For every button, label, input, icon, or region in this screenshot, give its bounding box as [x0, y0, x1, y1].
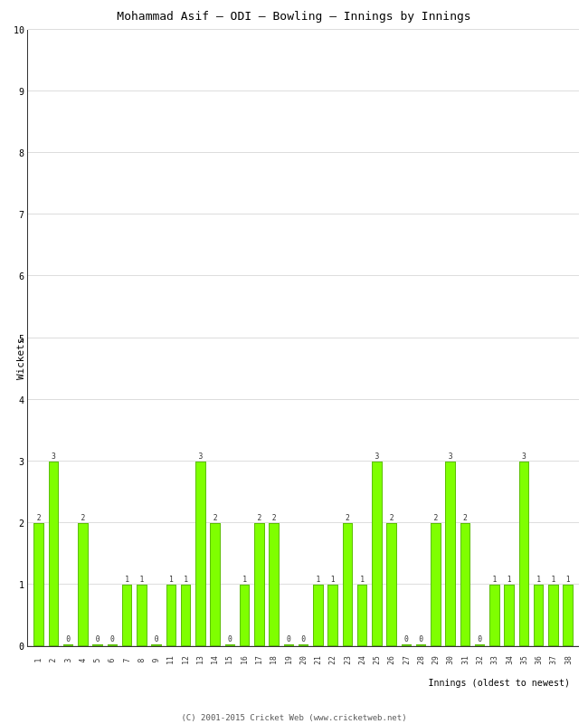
bar-group: 2 [252, 30, 267, 646]
grid-label: 9 [8, 87, 24, 97]
bar-value-label: 1 [536, 576, 541, 584]
bar-value-label: 0 [155, 635, 159, 643]
bar-value-label: 0 [287, 635, 291, 643]
bar-group: 0 [473, 30, 488, 646]
bar-group: 1 [135, 30, 149, 646]
bar: 3 [445, 462, 455, 646]
bar: 1 [137, 585, 147, 646]
bar-value-label: 3 [449, 452, 453, 461]
bar-group: 0 [105, 30, 119, 646]
bar-group: 0 [223, 30, 237, 646]
bar: 1 [563, 585, 573, 646]
bar-group: 2 [384, 30, 399, 646]
bar-value-label: 1 [551, 576, 555, 584]
bar: 1 [548, 585, 558, 646]
bar: 0 [92, 644, 102, 646]
bar-group: 0 [399, 30, 413, 646]
x-axis: 1234567891112131415161718192021222324252… [27, 647, 579, 674]
bar-value-label: 2 [213, 514, 218, 522]
bar: 2 [33, 523, 43, 646]
bar-value-label: 3 [198, 452, 203, 461]
bar-group: 3 [194, 30, 208, 646]
bar-value-label: 2 [433, 514, 438, 522]
bar-group: 2 [429, 30, 443, 646]
bar: 1 [534, 585, 544, 646]
bars-row: 2302001101132012200112132002320113111 [28, 30, 579, 646]
bar-value-label: 2 [81, 514, 85, 522]
bar-value-label: 1 [566, 576, 571, 584]
bar-value-label: 0 [66, 635, 71, 643]
bar-value-label: 1 [360, 576, 365, 584]
bar: 1 [181, 585, 191, 646]
bar-group: 2 [32, 30, 46, 646]
bar-group: 1 [546, 30, 561, 646]
bar-group: 1 [502, 30, 517, 646]
bar: 2 [343, 523, 353, 646]
bar-group: 3 [517, 30, 531, 646]
bar-value-label: 0 [96, 635, 100, 643]
grid-and-bars: 0123456789102302001101132012200112132002… [27, 30, 579, 647]
copyright: (C) 2001-2015 Cricket Web (www.cricketwe… [181, 713, 406, 722]
bar-value-label: 1 [242, 576, 247, 584]
bar-value-label: 1 [492, 576, 497, 584]
bar-value-label: 0 [404, 635, 409, 643]
bar-group: 2 [208, 30, 223, 646]
chart-container: Mohammad Asif – ODI – Bowling – Innings … [0, 0, 588, 724]
grid-label: 6 [8, 272, 24, 281]
bar-group: 0 [297, 30, 311, 646]
bar-value-label: 1 [507, 576, 512, 584]
bar: 1 [122, 585, 132, 646]
bar-group: 1 [120, 30, 135, 646]
bar-group: 3 [443, 30, 458, 646]
bar-value-label: 3 [375, 452, 379, 461]
x-axis-title: Innings (oldest to newest) [27, 678, 579, 688]
bar: 2 [431, 523, 441, 646]
bar: 1 [489, 585, 499, 646]
bar-value-label: 0 [110, 635, 115, 643]
bar-group: 0 [414, 30, 429, 646]
bar: 3 [195, 462, 205, 646]
bar-value-label: 2 [390, 514, 394, 522]
bar: 1 [357, 585, 367, 646]
bar-value-label: 2 [37, 514, 42, 522]
grid-label: 0 [8, 642, 24, 652]
grid-label: 3 [8, 456, 24, 466]
bar: 1 [313, 585, 323, 646]
bar: 2 [254, 523, 264, 646]
grid-label: 8 [8, 148, 24, 158]
bar-value-label: 1 [184, 576, 188, 584]
bar: 0 [299, 644, 308, 646]
bar-group: 3 [46, 30, 61, 646]
bar: 2 [78, 523, 88, 646]
bar: 1 [327, 585, 337, 646]
bar-value-label: 0 [228, 635, 232, 643]
grid-label: 1 [8, 579, 24, 589]
bar-group: 1 [326, 30, 340, 646]
bar-value-label: 0 [301, 635, 306, 643]
bar-group: 0 [281, 30, 296, 646]
grid-label: 7 [8, 210, 24, 220]
bar-group: 0 [90, 30, 105, 646]
bar: 3 [49, 462, 59, 646]
bar: 0 [416, 644, 426, 646]
bar: 2 [210, 523, 220, 646]
bar: 0 [402, 644, 412, 646]
bar-group: 1 [164, 30, 178, 646]
bar-value-label: 2 [257, 514, 261, 522]
bar: 1 [240, 585, 250, 646]
bar-value-label: 1 [125, 576, 129, 584]
grid-label: 5 [8, 333, 24, 343]
bar-group: 1 [488, 30, 502, 646]
bar: 3 [372, 462, 382, 646]
bar-value-label: 3 [522, 452, 526, 461]
bar: 0 [108, 644, 118, 646]
bar-group: 0 [62, 30, 76, 646]
bar: 3 [519, 462, 529, 646]
bar-value-label: 1 [139, 576, 144, 584]
bar-value-label: 1 [331, 576, 336, 584]
bar-value-label: 2 [463, 514, 468, 522]
bar: 0 [284, 644, 294, 646]
bar-group: 1 [311, 30, 326, 646]
bar-group: 2 [76, 30, 90, 646]
bar-value-label: 0 [419, 635, 423, 643]
